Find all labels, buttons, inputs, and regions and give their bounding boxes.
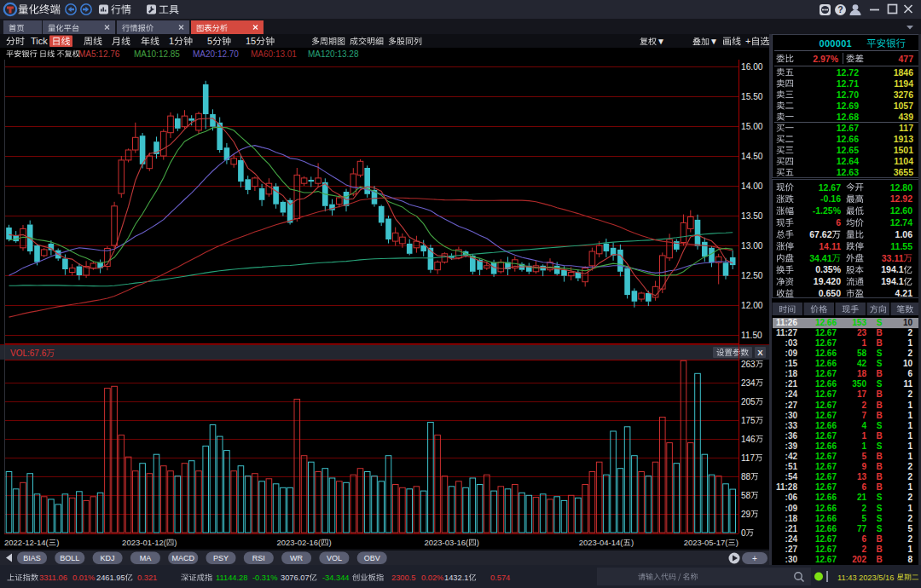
svg-text:0.35%: 0.35%	[815, 264, 841, 274]
svg-text:S: S	[877, 524, 883, 533]
svg-text:WR: WR	[290, 554, 303, 562]
svg-text:S: S	[877, 493, 883, 502]
svg-text::54: :54	[785, 472, 798, 481]
svg-text:18: 18	[857, 369, 867, 378]
svg-text:0.650: 0.650	[819, 288, 841, 298]
svg-text:+: +	[752, 554, 757, 563]
svg-text:15: 15	[246, 36, 256, 46]
svg-text:117: 117	[741, 453, 755, 463]
svg-text:MA10:12.85: MA10:12.85	[134, 49, 180, 59]
svg-text:MA5:12.76: MA5:12.76	[78, 49, 120, 59]
svg-text:2023-03-16(: 2023-03-16(	[424, 538, 469, 547]
svg-text:OBV: OBV	[364, 554, 380, 562]
svg-text:11:26: 11:26	[776, 318, 797, 327]
svg-text:1: 1	[907, 421, 912, 430]
svg-text:2: 2	[861, 545, 866, 554]
svg-text:12.66: 12.66	[815, 441, 837, 451]
svg-text:2: 2	[907, 534, 912, 544]
svg-text:?: ?	[837, 4, 843, 14]
svg-text:B: B	[876, 472, 882, 481]
svg-text:2: 2	[907, 389, 912, 399]
svg-text:42: 42	[857, 359, 867, 368]
svg-text:2023-01-12(: 2023-01-12(	[122, 538, 167, 547]
svg-text:2023-02-16(: 2023-02-16(	[276, 538, 321, 547]
svg-text:1: 1	[907, 452, 912, 461]
svg-text:0.01%: 0.01%	[72, 574, 95, 582]
svg-text:2: 2	[907, 349, 912, 358]
svg-text:12.67: 12.67	[815, 328, 837, 337]
svg-text:6: 6	[907, 369, 912, 378]
svg-text:-34.344: -34.344	[322, 574, 350, 582]
svg-text:2: 2	[861, 504, 866, 513]
svg-text:0.321: 0.321	[137, 574, 157, 582]
svg-text:17: 17	[857, 389, 867, 399]
svg-text:1: 1	[907, 431, 912, 441]
svg-text:12.66: 12.66	[815, 379, 837, 389]
svg-text:13.50: 13.50	[741, 211, 763, 221]
svg-text:153: 153	[852, 318, 866, 327]
svg-text:2461.95: 2461.95	[96, 574, 125, 582]
svg-text:2: 2	[907, 514, 912, 523]
svg-text:2.97%: 2.97%	[813, 54, 838, 64]
svg-text:B: B	[876, 555, 882, 564]
svg-text:12.66: 12.66	[815, 493, 837, 502]
svg-text:263: 263	[741, 360, 756, 369]
svg-text:77: 77	[857, 524, 867, 533]
svg-text:194.1: 194.1	[881, 276, 903, 286]
svg-text:3076.07: 3076.07	[281, 574, 310, 582]
svg-text::36: :36	[785, 431, 798, 441]
svg-text:1: 1	[907, 338, 912, 348]
svg-text:12.67: 12.67	[815, 472, 837, 481]
svg-text:12.67: 12.67	[815, 431, 837, 441]
svg-text:2: 2	[907, 472, 912, 481]
svg-text:KDJ: KDJ	[101, 554, 115, 562]
svg-text:33.11: 33.11	[882, 253, 904, 263]
svg-text:14.11: 14.11	[819, 241, 841, 251]
svg-text::09: :09	[785, 504, 798, 513]
svg-text:): )	[477, 538, 479, 547]
svg-text:175: 175	[741, 416, 756, 425]
svg-text:S: S	[877, 504, 883, 513]
svg-text:12.67: 12.67	[815, 338, 837, 348]
svg-text:11:43: 11:43	[837, 574, 857, 582]
svg-text:S: S	[877, 359, 883, 368]
svg-text::18: :18	[785, 369, 798, 378]
svg-text:12.50: 12.50	[741, 271, 763, 280]
svg-text:): )	[736, 538, 739, 547]
svg-text:2023-05-17(: 2023-05-17(	[684, 538, 729, 547]
svg-text:117: 117	[899, 123, 913, 133]
svg-text:-1.25%: -1.25%	[813, 205, 842, 216]
svg-text::42: :42	[785, 452, 798, 461]
svg-text:15.50: 15.50	[741, 92, 763, 101]
svg-text:0: 0	[741, 528, 746, 538]
svg-text:1: 1	[907, 401, 912, 410]
svg-text:1846: 1846	[894, 67, 914, 78]
svg-text:12.66: 12.66	[815, 504, 837, 513]
svg-text:2: 2	[861, 401, 866, 410]
svg-text:0.574: 0.574	[490, 574, 510, 582]
svg-text:B: B	[876, 369, 882, 378]
svg-text:11:27: 11:27	[776, 328, 797, 337]
svg-text:+: +	[745, 36, 750, 46]
svg-text::30: :30	[785, 411, 798, 420]
svg-text:5: 5	[861, 452, 866, 461]
svg-text:14.50: 14.50	[741, 152, 763, 161]
svg-text::33: :33	[785, 421, 798, 430]
svg-text:▼: ▼	[710, 37, 718, 46]
svg-text::51: :51	[785, 462, 798, 471]
svg-text:-0.16: -0.16	[820, 193, 841, 204]
svg-text:4.21: 4.21	[895, 288, 913, 298]
svg-text:12.74: 12.74	[890, 217, 912, 228]
svg-text:B: B	[876, 534, 882, 544]
svg-text:12.60: 12.60	[890, 205, 912, 216]
svg-text:2023/5/16: 2023/5/16	[859, 574, 894, 582]
svg-text::27: :27	[785, 545, 798, 554]
svg-text:B: B	[876, 545, 882, 554]
svg-text:1913: 1913	[894, 134, 914, 144]
svg-text:VOL:67.6: VOL:67.6	[10, 349, 47, 358]
svg-text:3655: 3655	[894, 167, 914, 177]
svg-text:1057: 1057	[894, 101, 914, 111]
svg-text:S: S	[877, 349, 883, 358]
svg-text:RSI: RSI	[252, 554, 265, 562]
svg-text:12.65: 12.65	[837, 145, 859, 155]
